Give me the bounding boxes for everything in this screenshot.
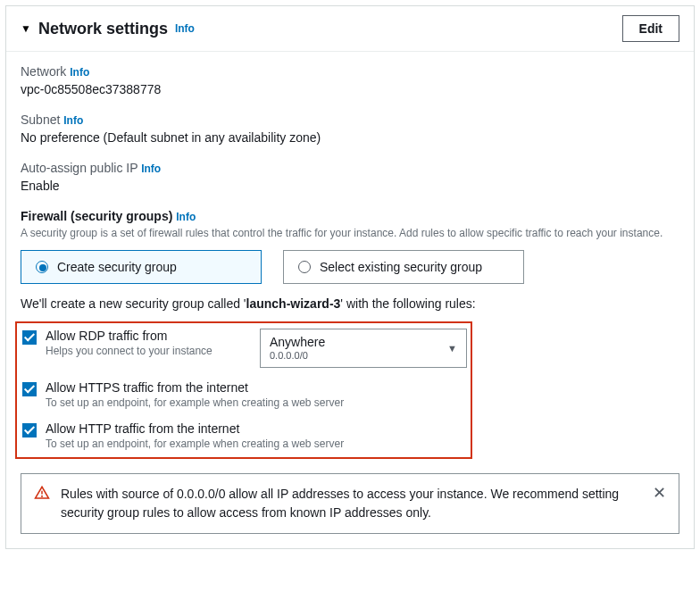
firewall-helper: A security group is a set of firewall ru… [21, 225, 679, 241]
panel-title: Network settings [38, 20, 168, 38]
https-helper: To set up an endpoint, for example when … [46, 396, 467, 409]
auto-ip-label: Auto-assign public IP Info [21, 161, 679, 175]
firewall-label: Firewall (security groups) [21, 209, 172, 223]
security-group-options: Create security group Select existing se… [21, 250, 679, 284]
firewall-label-row: Firewall (security groups) Info [21, 209, 679, 223]
warning-alert: Rules with source of 0.0.0.0/0 allow all… [21, 473, 679, 534]
subnet-label-text: Subnet [21, 112, 60, 127]
info-link-network[interactable]: Info [70, 66, 89, 79]
close-icon[interactable]: ✕ [653, 485, 666, 501]
warning-triangle-icon [34, 485, 50, 501]
radio-select-existing-security-group[interactable]: Select existing security group [283, 250, 524, 284]
edit-button[interactable]: Edit [622, 15, 679, 42]
radio-unchecked-icon [298, 261, 311, 273]
network-field: Network Info vpc-0c85508ec37388778 [21, 64, 679, 96]
https-label: Allow HTTPS traffic from the internet [46, 380, 467, 395]
chevron-down-icon: ▼ [447, 343, 457, 354]
panel-header: ▼ Network settings Info Edit [6, 6, 694, 52]
svg-point-1 [42, 496, 43, 496]
checkbox-rdp[interactable] [22, 330, 37, 345]
radio-checked-icon [36, 261, 48, 273]
caret-down-icon: ▼ [21, 22, 31, 35]
info-link-firewall[interactable]: Info [176, 211, 196, 223]
http-helper: To set up an endpoint, for example when … [46, 438, 467, 450]
rule-https-row: Allow HTTPS traffic from the internet To… [22, 380, 467, 409]
sg-note-name: launch-wizard-3 [246, 296, 341, 311]
auto-ip-label-text: Auto-assign public IP [21, 161, 138, 175]
rdp-source-select[interactable]: Anywhere 0.0.0.0/0 ▼ [260, 329, 467, 368]
network-value: vpc-0c85508ec37388778 [21, 82, 679, 96]
create-sg-label: Create security group [57, 260, 177, 274]
rdp-helper: Helps you connect to your instance [46, 345, 251, 357]
sg-note: We'll create a new security group called… [21, 296, 679, 311]
info-link-auto-ip[interactable]: Info [141, 162, 161, 175]
rule-http-row: Allow HTTP traffic from the internet To … [22, 421, 467, 450]
panel-title-row[interactable]: ▼ Network settings Info [21, 20, 195, 38]
rdp-label: Allow RDP traffic from [46, 329, 251, 343]
firewall-section: Firewall (security groups) Info A securi… [21, 209, 679, 534]
checkbox-http[interactable] [22, 423, 37, 438]
rdp-select-main: Anywhere [270, 335, 325, 350]
sg-note-prefix: We'll create a new security group called… [21, 296, 246, 311]
radio-create-security-group[interactable]: Create security group [21, 250, 262, 284]
network-label: Network Info [21, 64, 679, 79]
panel-body: Network Info vpc-0c85508ec37388778 Subne… [6, 52, 694, 548]
checkbox-https[interactable] [22, 382, 37, 396]
info-link-header[interactable]: Info [175, 22, 195, 35]
network-label-text: Network [21, 64, 66, 79]
auto-ip-value: Enable [21, 179, 679, 193]
select-sg-label: Select existing security group [320, 260, 482, 274]
rdp-select-sub: 0.0.0.0/0 [270, 350, 325, 362]
subnet-value: No preference (Default subnet in any ava… [21, 130, 679, 145]
subnet-field: Subnet Info No preference (Default subne… [21, 112, 679, 145]
subnet-label: Subnet Info [21, 112, 679, 127]
sg-note-suffix: ' with the following rules: [340, 296, 475, 311]
http-label: Allow HTTP traffic from the internet [46, 421, 467, 436]
network-settings-panel: ▼ Network settings Info Edit Network Inf… [5, 5, 695, 549]
rules-highlight-box: Allow RDP traffic from Helps you connect… [15, 321, 472, 459]
auto-ip-field: Auto-assign public IP Info Enable [21, 161, 679, 193]
info-link-subnet[interactable]: Info [63, 114, 83, 127]
rule-rdp-row: Allow RDP traffic from Helps you connect… [22, 329, 467, 368]
alert-text: Rules with source of 0.0.0.0/0 allow all… [61, 485, 642, 522]
